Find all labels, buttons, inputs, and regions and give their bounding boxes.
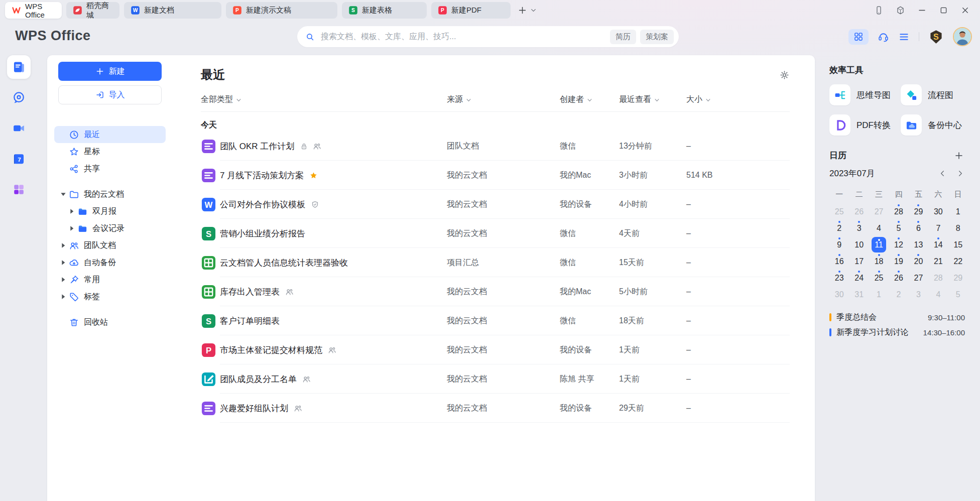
rail-item-docs[interactable] bbox=[7, 55, 31, 79]
filter-5[interactable]: 大小 bbox=[686, 94, 711, 105]
apps-grid-button[interactable] bbox=[848, 29, 869, 45]
tab-pdf[interactable]: P新建PDF bbox=[431, 2, 511, 19]
calendar-day[interactable]: 5 bbox=[889, 220, 908, 236]
sidebar-item-trash[interactable]: 回收站 bbox=[54, 314, 166, 331]
calendar-day[interactable]: 29 bbox=[948, 270, 968, 286]
file-row[interactable]: 兴趣爱好组队计划我的云文档我的设备29天前– bbox=[201, 394, 790, 423]
caret-right-icon[interactable] bbox=[59, 293, 67, 301]
calendar-day[interactable]: 14 bbox=[928, 236, 948, 253]
calendar-day[interactable]: 29 bbox=[909, 203, 928, 220]
calendar-day[interactable]: 13 bbox=[909, 236, 928, 253]
sidebar-item-cloud[interactable]: 自动备份 bbox=[54, 254, 166, 271]
avatar[interactable] bbox=[953, 27, 972, 46]
calendar-day[interactable]: 24 bbox=[849, 270, 869, 286]
calendar-day[interactable]: 19 bbox=[889, 253, 908, 270]
file-row[interactable]: 云文档管人员信息统计表理器验收项目汇总微信15天前– bbox=[201, 248, 790, 277]
calendar-day[interactable]: 9 bbox=[829, 236, 849, 253]
calendar-day[interactable]: 28 bbox=[889, 203, 908, 220]
file-row[interactable]: 7 月线下活动策划方案我的云文档我的Mac3小时前514 KB bbox=[201, 161, 790, 190]
calendar-day[interactable]: 25 bbox=[829, 203, 849, 220]
calendar-day[interactable]: 15 bbox=[948, 236, 968, 253]
calendar-day[interactable]: 21 bbox=[928, 253, 948, 270]
calendar-day[interactable]: 2 bbox=[829, 220, 849, 236]
rail-item-video[interactable] bbox=[7, 116, 31, 140]
calendar-day[interactable]: 26 bbox=[849, 203, 869, 220]
search-tag[interactable]: 简历 bbox=[610, 30, 636, 44]
file-row[interactable]: 团队成员及分工名单我的云文档陈旭 共享1天前– bbox=[201, 364, 790, 394]
sidebar-item-team[interactable]: 团队文档 bbox=[54, 237, 166, 254]
sidebar-item-folder[interactable]: 我的云文档 bbox=[54, 186, 166, 203]
rail-item-chat[interactable] bbox=[7, 86, 31, 109]
tab-writer[interactable]: W新建文档 bbox=[124, 2, 221, 19]
search-input[interactable] bbox=[320, 32, 610, 42]
add-event-button[interactable] bbox=[954, 151, 964, 161]
calendar-day[interactable]: 7 bbox=[928, 220, 948, 236]
calendar-day[interactable]: 23 bbox=[829, 270, 849, 286]
calendar-next-button[interactable] bbox=[956, 170, 964, 177]
caret-down-icon[interactable] bbox=[59, 190, 67, 198]
calendar-day[interactable]: 8 bbox=[948, 220, 968, 236]
calendar-day[interactable]: 31 bbox=[849, 286, 869, 303]
calendar-day[interactable]: 4 bbox=[869, 220, 889, 236]
caret-right-icon[interactable] bbox=[68, 224, 76, 232]
calendar-day[interactable]: 1 bbox=[948, 203, 968, 220]
tool-pdf-convert[interactable]: PDF转换 bbox=[829, 114, 901, 136]
calendar-day[interactable]: 30 bbox=[829, 286, 849, 303]
caret-right-icon[interactable] bbox=[59, 241, 67, 249]
file-row[interactable]: S客户订单明细表我的云文档微信18天前– bbox=[201, 306, 790, 335]
tab-presentation[interactable]: P新建演示文稿 bbox=[226, 2, 337, 19]
maximize-button[interactable] bbox=[939, 6, 948, 15]
calendar-day[interactable]: 20 bbox=[909, 253, 928, 270]
svip-badge-icon[interactable]: S bbox=[928, 29, 944, 45]
calendar-day[interactable]: 3 bbox=[909, 286, 928, 303]
calendar-day[interactable]: 12 bbox=[889, 236, 908, 253]
file-row[interactable]: W公司对外合作协议模板我的云文档我的设备4小时前– bbox=[201, 190, 790, 219]
main-menu-button[interactable] bbox=[898, 31, 910, 43]
sidebar-item-folder-filled[interactable]: 会议记录 bbox=[54, 220, 166, 237]
sidebar-item-tag[interactable]: 标签 bbox=[54, 288, 166, 305]
calendar-day[interactable]: 16 bbox=[829, 253, 849, 270]
sidebar-item-share[interactable]: 共享 bbox=[54, 160, 166, 177]
calendar-event[interactable]: 新季度学习计划讨论14:30–16:00 bbox=[829, 325, 965, 340]
filter-3[interactable]: 创建者 bbox=[560, 94, 592, 105]
calendar-day[interactable]: 1 bbox=[869, 286, 889, 303]
tab-spreadsheet[interactable]: S新建表格 bbox=[342, 2, 427, 19]
calendar-day[interactable]: 11 bbox=[872, 237, 886, 253]
filter-4[interactable]: 最近查看 bbox=[619, 94, 660, 105]
sidebar-item-folder-filled[interactable]: 双月报 bbox=[54, 203, 166, 220]
new-tab-button[interactable] bbox=[518, 6, 527, 15]
tab-wps-logo[interactable]: WPS Office bbox=[5, 2, 62, 19]
tool-mindmap[interactable]: 思维导图 bbox=[829, 84, 901, 105]
calendar-prev-button[interactable] bbox=[939, 170, 946, 177]
sidebar-item-pin[interactable]: 常用 bbox=[54, 271, 166, 288]
calendar-day[interactable]: 22 bbox=[948, 253, 968, 270]
close-button[interactable] bbox=[960, 6, 970, 15]
calendar-day[interactable]: 3 bbox=[849, 220, 869, 236]
new-document-button[interactable]: 新建 bbox=[58, 62, 162, 81]
file-row[interactable]: 团队 OKR 工作计划团队文档微信13分钟前– bbox=[201, 132, 790, 161]
import-button[interactable]: 导入 bbox=[58, 85, 162, 104]
calendar-event[interactable]: 季度总结会9:30–11:00 bbox=[829, 310, 965, 325]
tab-list-dropdown[interactable] bbox=[530, 7, 537, 14]
calendar-day[interactable]: 10 bbox=[849, 236, 869, 253]
caret-right-icon[interactable] bbox=[59, 276, 67, 284]
sidebar-item-clock[interactable]: 最近 bbox=[54, 126, 166, 143]
calendar-day[interactable]: 30 bbox=[928, 203, 948, 220]
list-settings-button[interactable] bbox=[779, 70, 790, 80]
filter-1[interactable]: 全部类型 bbox=[201, 94, 241, 105]
calendar-day[interactable]: 6 bbox=[909, 220, 928, 236]
calendar-day[interactable]: 28 bbox=[928, 270, 948, 286]
search-bar[interactable]: 简历策划案 bbox=[297, 26, 679, 47]
calendar-day[interactable]: 5 bbox=[948, 286, 968, 303]
file-row[interactable]: 库存出入管理表我的云文档我的Mac5小时前– bbox=[201, 277, 790, 306]
sidebar-item-star[interactable]: 星标 bbox=[54, 143, 166, 160]
minimize-button[interactable] bbox=[917, 6, 927, 15]
calendar-day[interactable]: 17 bbox=[849, 253, 869, 270]
calendar-day[interactable]: 2 bbox=[889, 286, 908, 303]
tool-flowchart[interactable]: 流程图 bbox=[901, 84, 968, 105]
calendar-day[interactable]: 26 bbox=[889, 270, 908, 286]
file-row[interactable]: P市场主体登记提交材料规范我的云文档我的设备1天前– bbox=[201, 335, 790, 364]
calendar-day[interactable]: 27 bbox=[909, 270, 928, 286]
calendar-day[interactable]: 25 bbox=[869, 270, 889, 286]
caret-right-icon[interactable] bbox=[59, 259, 67, 267]
